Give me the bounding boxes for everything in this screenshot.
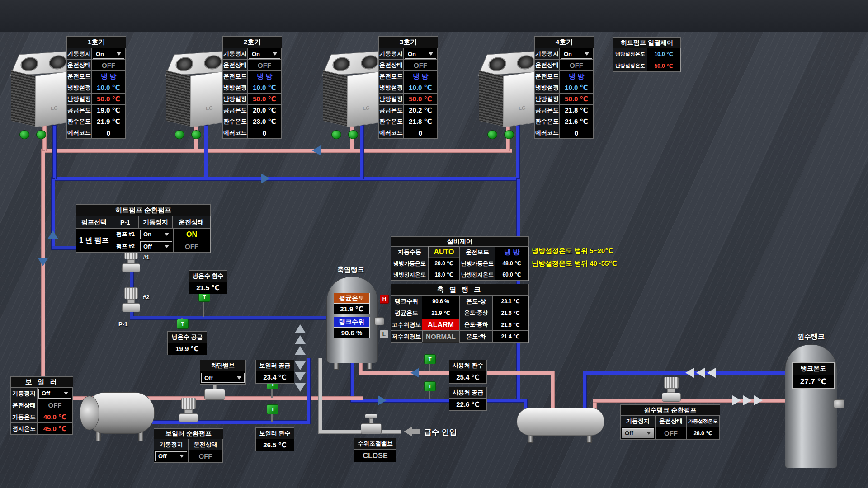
- heat-pump-unit-3: LG: [323, 51, 387, 130]
- valve-knob-icon[interactable]: [191, 130, 201, 139]
- pump-selected: 1 번 펌프: [76, 228, 112, 253]
- flow-arrow-left-icon: [312, 145, 321, 155]
- flow-arrow-left-icon: [707, 368, 716, 378]
- boiler-return-box: 보일러 환수 26.5 ℃: [255, 427, 294, 451]
- valve-knob-icon[interactable]: [487, 130, 497, 139]
- raw-pump-power-select[interactable]: Off: [622, 428, 654, 438]
- flow-arrow-right-icon: [378, 395, 387, 405]
- pump1-status: ON: [173, 228, 210, 240]
- unit-status: OFF: [91, 59, 126, 71]
- heat-exchanger-graphic: [517, 408, 604, 436]
- lg-logo: LG: [363, 105, 369, 111]
- cool-range-note: 냉방설정온도 범위 5~20℃: [532, 247, 613, 255]
- pump2-status: OFF: [173, 240, 210, 253]
- chevron-down-icon: [165, 245, 169, 248]
- shutoff-valve-box: 차단밸브 Off: [200, 360, 246, 385]
- boiler-pump-graphic: [179, 398, 198, 422]
- level-valve-graphic: [361, 414, 382, 434]
- chw-supply-box: 냉온수 공급 19.9 ℃: [167, 331, 207, 355]
- chw-return-box: 냉온수 환수 21.5 ℃: [189, 270, 227, 294]
- flow-arrow-down-icon: [295, 383, 306, 392]
- chevron-down-icon: [165, 233, 169, 236]
- pipe-pink-bus: [42, 149, 512, 152]
- pipe-user-supply: [351, 399, 527, 402]
- chevron-down-icon: [429, 52, 433, 56]
- low-level-status: NORMAL: [422, 330, 460, 343]
- pump-2-graphic: [122, 287, 140, 312]
- flow-arrow-down-icon: [295, 361, 306, 370]
- storage-tank-label: 축열탱크: [337, 266, 364, 274]
- top-bar: [0, 0, 868, 32]
- level-valve-box: 수위조절밸브 CLOSE: [354, 438, 396, 462]
- valve-knob-icon[interactable]: [504, 130, 514, 139]
- valve-knob-icon[interactable]: [331, 130, 341, 139]
- chevron-down-icon: [273, 52, 277, 56]
- unit-panel-4: 4호기 기동정지On 운전상태OFF 운전모드냉 방 냉방설정10.0 ℃ 난방…: [534, 36, 594, 139]
- heat-pump-unit-2: LG: [166, 51, 230, 130]
- low-level-badge: L: [380, 330, 388, 338]
- raw-tank-nozzle: [834, 399, 844, 408]
- heat-pump-unit-4: LG: [479, 51, 543, 130]
- raw-tank-temp-box: 탱크온도 27.7 ℃: [792, 362, 835, 389]
- unit-title: 1호기: [66, 36, 126, 48]
- flow-arrow-right-icon: [261, 174, 270, 183]
- lg-logo: LG: [519, 105, 525, 111]
- boiler-supply-box: 보일러 공급 23.4 ℃: [255, 360, 294, 384]
- heat-pump-unit-1: LG: [11, 51, 75, 130]
- hp-pump-panel: 히트펌프 순환펌프 펌프선택 P-1 기동정지 운전상태 1 번 펌프 펌프 #…: [76, 204, 211, 253]
- raw-pump-graphic: [662, 377, 681, 402]
- feed-arrow-icon: [404, 427, 412, 436]
- pipe-feed-water: [319, 430, 401, 433]
- flow-arrow-up-icon: [295, 346, 306, 355]
- pump1-tag: #1: [143, 254, 149, 261]
- user-return-box: 사용처 환수 25.4 ℃: [449, 360, 487, 384]
- unit1-power-select[interactable]: On: [93, 49, 124, 59]
- flow-arrow-up-icon: [295, 335, 306, 344]
- unit4-power-select[interactable]: On: [561, 49, 592, 59]
- facility-mode: 냉 방: [495, 246, 528, 258]
- unit-mode: 냉 방: [91, 70, 126, 82]
- chevron-down-icon: [646, 432, 651, 435]
- unit-panel-1: 1호기 기동정지On 운전상태OFF 운전모드냉 방 냉방설정10.0 ℃ 난방…: [66, 36, 126, 139]
- pipe-chw-line: [130, 316, 335, 319]
- chevron-down-icon: [179, 455, 184, 458]
- flow-arrow-left-icon: [685, 368, 694, 378]
- valve-knob-icon[interactable]: [19, 130, 29, 139]
- pump2-tag: #2: [143, 294, 149, 300]
- unit2-power-select[interactable]: On: [249, 49, 280, 59]
- chevron-down-icon: [585, 52, 589, 56]
- auto-manual-button[interactable]: AUTO: [428, 246, 460, 258]
- flow-arrow-right-icon: [732, 395, 741, 405]
- tank-nozzle: [374, 317, 384, 325]
- valve-knob-icon[interactable]: [36, 130, 46, 139]
- lg-logo: LG: [51, 105, 57, 111]
- flow-arrow-up-icon: [295, 324, 306, 333]
- level-valve-status: CLOSE: [354, 449, 396, 462]
- valve-knob-icon[interactable]: [175, 130, 184, 139]
- pump-group-tag: P-1: [118, 321, 127, 328]
- unit-panel-2: 2호기 기동정지On 운전상태OFF 운전모드냉 방 냉방설정10.0 ℃ 난방…: [222, 36, 282, 139]
- valve-knob-icon[interactable]: [348, 130, 358, 139]
- flow-arrow-right-icon: [754, 395, 763, 405]
- pump2-power-select[interactable]: Off: [140, 241, 172, 251]
- temp-sensor-icon: T: [177, 319, 189, 329]
- pipe-blue-bus: [52, 177, 520, 180]
- shutoff-valve-select[interactable]: Off: [201, 373, 245, 383]
- boiler-pump-power-select[interactable]: Off: [155, 451, 187, 461]
- tank-overlay: 평균온도 21.9 ℃ 탱크수위 90.6 %: [334, 293, 370, 338]
- boiler-power-select[interactable]: Off: [38, 389, 71, 399]
- temp-sensor-icon: T: [267, 404, 278, 414]
- facility-panel: 설비제어 자동수동 AUTO 운전모드 냉 방 냉방가동온도 20.0 ℃ 난방…: [391, 236, 529, 281]
- flow-arrow-right-icon: [743, 395, 752, 405]
- raw-pump-panel: 원수탱크 순환펌프 기동정지 운전상태 가동설정온도 Off OFF 28.0 …: [620, 404, 720, 440]
- chevron-down-icon: [64, 392, 68, 395]
- temp-sensor-icon: T: [424, 381, 436, 391]
- pump1-power-select[interactable]: On: [140, 230, 172, 239]
- flow-arrow-left-icon: [410, 368, 419, 378]
- chevron-down-icon: [237, 376, 241, 380]
- user-supply-box: 사용처 공급 22.6 ℃: [449, 387, 487, 411]
- raw-tank-label: 원수탱크: [797, 333, 825, 341]
- unit3-power-select[interactable]: On: [405, 49, 436, 59]
- boiler-panel: 보 일 러 기동정지Off 운전상태OFF 가동온도40.0 ℃ 정지온도45.…: [10, 376, 73, 435]
- flow-arrow-up-icon: [47, 230, 58, 239]
